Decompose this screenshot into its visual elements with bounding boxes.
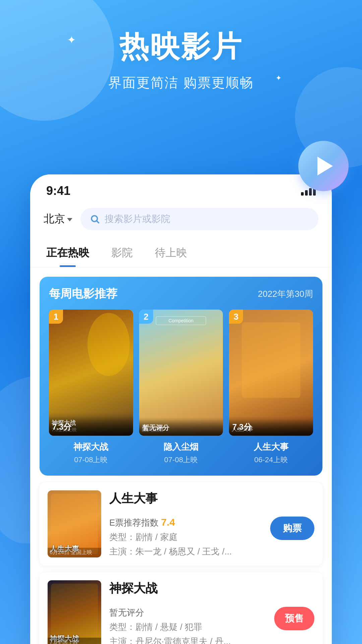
- list-meta-row-2: 暂无评分 类型：剧情 / 悬疑 / 犯罪 主演：丹尼尔·雷德克里夫 / 丹...…: [109, 607, 314, 644]
- tab-now-showing[interactable]: 正在热映: [44, 240, 92, 267]
- movie-date-3: 06-24上映: [254, 455, 288, 465]
- movie-date-1: 07-08上映: [74, 455, 108, 465]
- movie-list-item-1[interactable]: 人生大事 6月24日 全国上映 人生大事 E票推荐指数 7.4 类型：剧情 / …: [40, 482, 322, 566]
- list-movie-title-2: 神探大战: [109, 580, 314, 597]
- movie-date-2: 07-08上映: [164, 455, 198, 465]
- score-badge-1: 7.3分: [49, 416, 133, 436]
- status-bar: 9:41: [30, 174, 332, 201]
- rank-badge-1: 1: [49, 310, 63, 324]
- list-info-2: 神探大战 暂无评分 类型：剧情 / 悬疑 / 犯罪 主演：丹尼尔·雷德克里夫 /…: [109, 580, 314, 644]
- header-area: ✦ ✦ 热映影片 界面更简洁 购票更顺畅: [0, 0, 362, 105]
- location-button[interactable]: 北京: [44, 212, 72, 226]
- list-action-1: 购票: [270, 517, 314, 540]
- weekly-header: 每周电影推荐 2022年第30周: [49, 286, 313, 302]
- genre-2: 类型：剧情 / 悬疑 / 犯罪: [109, 621, 274, 633]
- poster-wrap-3: 3 人生大事 7.3分: [229, 310, 313, 436]
- movie-name-3: 人生大事: [254, 441, 289, 453]
- list-poster-1: 人生大事 6月24日 全国上映: [48, 490, 101, 557]
- list-meta-row-1: E票推荐指数 7.4 类型：剧情 / 家庭 主演：朱一龙 / 杨恩又 / 王戈 …: [109, 517, 314, 557]
- list-info-1: 人生大事 E票推荐指数 7.4 类型：剧情 / 家庭 主演：朱一龙 / 杨恩又 …: [109, 490, 314, 557]
- cast-2: 主演：丹尼尔·雷德克里夫 / 丹...: [109, 636, 274, 644]
- score-badge-3: 7.3分: [229, 416, 313, 436]
- weekly-movie-1[interactable]: 1 神探大战 7.8全国上映 7.3分 神探大战 07-08上映: [49, 310, 133, 465]
- rank-badge-2: 2: [139, 310, 153, 324]
- sparkle-right-icon: ✦: [276, 74, 282, 83]
- city-name: 北京: [44, 212, 65, 226]
- sparkle-left-icon: ✦: [67, 34, 76, 46]
- movie-name-2: 隐入尘烟: [164, 441, 198, 453]
- rank-badge-3: 3: [229, 310, 243, 324]
- signal-bar-2: [305, 190, 308, 196]
- poster-wrap-1: 1 神探大战 7.8全国上映 7.3分: [49, 310, 133, 436]
- score-badge-2: 暂无评分: [139, 417, 223, 436]
- main-title: 热映影片: [0, 27, 362, 67]
- dropdown-icon: [67, 218, 72, 221]
- score-row-2: 暂无评分: [109, 607, 274, 619]
- svg-point-0: [92, 216, 98, 222]
- genre-1: 类型：剧情 / 家庭: [109, 531, 270, 543]
- weekly-section: 每周电影推荐 2022年第30周 1 神探大战 7.8全国上映: [40, 277, 322, 476]
- weekly-movies: 1 神探大战 7.8全国上映 7.3分 神探大战 07-08上映: [49, 310, 313, 465]
- play-button[interactable]: [298, 141, 349, 191]
- list-meta-col-2: 暂无评分 类型：剧情 / 悬疑 / 犯罪 主演：丹尼尔·雷德克里夫 / 丹...: [109, 607, 274, 644]
- weekly-title: 每周电影推荐: [49, 286, 117, 302]
- list-movie-title-1: 人生大事: [109, 490, 314, 507]
- top-nav: 北京 搜索影片或影院: [30, 201, 332, 237]
- play-icon: [317, 157, 333, 175]
- poster-rensheng-large: 人生大事 6月24日 全国上映: [48, 490, 101, 557]
- presale-button-2[interactable]: 预售: [274, 607, 314, 630]
- weekly-movie-2[interactable]: 2 Competition 隐入尘烟 暂无评分 隐入尘烟: [139, 310, 223, 465]
- svg-line-1: [97, 221, 99, 223]
- search-bar[interactable]: 搜索影片或影院: [80, 208, 318, 230]
- tab-coming-soon[interactable]: 待上映: [152, 240, 190, 267]
- poster-wrap-2: 2 Competition 隐入尘烟 暂无评分: [139, 310, 223, 436]
- tab-bar: 正在热映 影院 待上映: [30, 237, 332, 267]
- cast-1: 主演：朱一龙 / 杨恩又 / 王戈 /...: [109, 546, 270, 557]
- search-icon: [90, 214, 100, 224]
- signal-bar-3: [309, 188, 312, 196]
- list-poster-2: 神探大战 7.8全国上映: [48, 580, 101, 644]
- movie-name-1: 神探大战: [73, 441, 108, 453]
- poster-shentan-large: 神探大战 7.8全国上映: [48, 580, 101, 644]
- score-row-1: E票推荐指数 7.4: [109, 517, 270, 529]
- status-time: 9:41: [46, 184, 70, 198]
- phone-mockup: 9:41 北京 搜索影片或影院 正在热映 影院 待上映: [30, 174, 332, 644]
- tab-cinema[interactable]: 影院: [109, 240, 135, 267]
- weekly-movie-3[interactable]: 3 人生大事 7.3分 人生大事 06-24上映: [229, 310, 313, 465]
- list-action-2: 预售: [274, 607, 314, 630]
- signal-bar-1: [301, 192, 304, 196]
- search-placeholder: 搜索影片或影院: [105, 213, 170, 225]
- movie-list-item-2[interactable]: 神探大战 7.8全国上映 神探大战 暂无评分 类型：剧情 / 悬疑 / 犯罪 主…: [40, 572, 322, 644]
- poster-yinchenyan-small: Competition 隐入尘烟: [139, 310, 223, 436]
- score-value-1: 7.4: [161, 517, 175, 528]
- list-meta-col-1: E票推荐指数 7.4 类型：剧情 / 家庭 主演：朱一龙 / 杨恩又 / 王戈 …: [109, 517, 270, 557]
- sub-title: 界面更简洁 购票更顺畅: [0, 73, 362, 92]
- weekly-period: 2022年第30周: [258, 288, 313, 300]
- buy-button-1[interactable]: 购票: [270, 517, 314, 540]
